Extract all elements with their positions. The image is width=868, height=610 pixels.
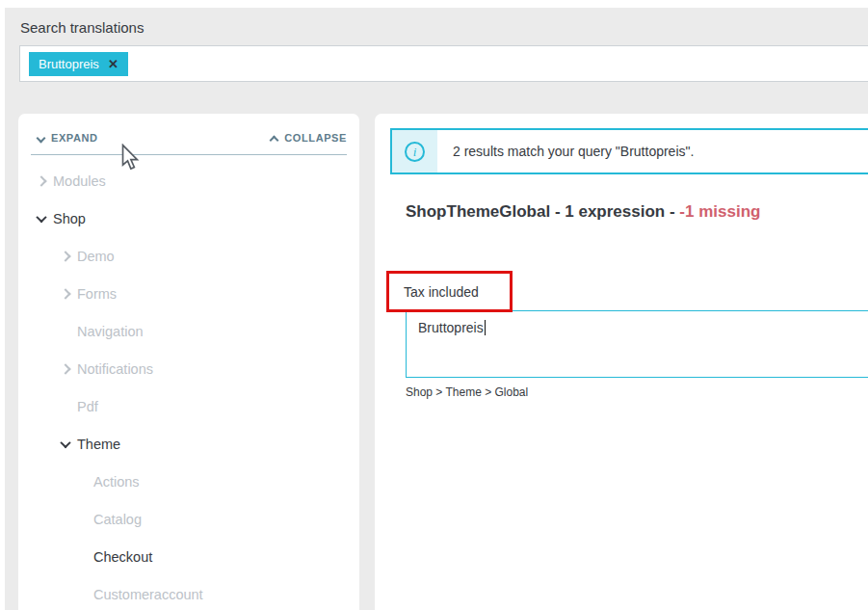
chevron-right-icon [59, 252, 71, 260]
tree-item-modules[interactable]: Modules [18, 162, 359, 199]
domain-tree: ModulesShopDemoFormsNavigationNotificati… [18, 162, 359, 610]
tree-item-pdf[interactable]: Pdf [18, 387, 359, 425]
chevron-down-icon [59, 440, 71, 448]
results-panel: i 2 results match your query "Bruttoprei… [375, 114, 868, 610]
tree-item-shop[interactable]: Shop [18, 199, 359, 237]
tree-item-label: Demo [77, 249, 115, 264]
translation-textarea[interactable]: Bruttopreis [406, 310, 868, 378]
tree-item-label: Shop [53, 211, 86, 226]
alert-message: 2 results match your query "Bruttopreis"… [437, 130, 694, 172]
tree-header-divider [31, 154, 347, 155]
tree-item-forms[interactable]: Forms [18, 275, 359, 312]
tree-item-label: Modules [53, 173, 106, 189]
tree-item-label: Forms [77, 286, 117, 302]
search-tag-label: Bruttopreis [39, 57, 99, 71]
chevron-down-icon [37, 134, 44, 142]
breadcrumb: Shop > Theme > Global [406, 385, 528, 399]
collapse-all-button[interactable]: COLLAPSE [270, 132, 347, 144]
missing-count: -1 missing [679, 202, 760, 221]
text-caret [485, 320, 486, 335]
tree-item-theme[interactable]: Theme [18, 425, 359, 463]
expand-all-button[interactable]: EXPAND [37, 132, 98, 144]
tree-item-customeraccount[interactable]: Customeraccount [18, 575, 359, 610]
tree-item-catalog[interactable]: Catalog [18, 500, 359, 538]
tree-item-notifications[interactable]: Notifications [18, 350, 359, 387]
tree-item-demo[interactable]: Demo [18, 237, 359, 275]
red-annotation-box: Tax included [386, 271, 513, 312]
tree-item-label: Navigation [77, 324, 144, 339]
tree-item-navigation[interactable]: Navigation [18, 312, 359, 350]
tree-item-label: Actions [93, 474, 140, 490]
tree-item-checkout[interactable]: Checkout [18, 538, 359, 575]
chevron-right-icon [35, 177, 47, 185]
translation-value: Bruttopreis [418, 320, 484, 335]
chevron-right-icon [59, 365, 71, 373]
tree-header: EXPAND COLLAPSE [37, 132, 347, 144]
tree-item-label: Theme [77, 437, 120, 452]
chevron-right-icon [59, 290, 71, 298]
info-icon: i [405, 142, 425, 162]
tree-item-label: Pdf [77, 399, 98, 414]
search-tag: Bruttopreis ✕ [29, 52, 128, 76]
chevron-up-icon [270, 134, 277, 142]
heading-prefix: ShopThemeGlobal - 1 expression - [406, 202, 679, 221]
tree-item-actions[interactable]: Actions [18, 463, 359, 500]
info-alert: i 2 results match your query "Bruttoprei… [390, 128, 868, 174]
translation-field-label: Tax included [389, 274, 510, 309]
domain-tree-panel: EXPAND COLLAPSE ModulesShopDemoFormsNavi… [18, 114, 359, 610]
remove-tag-icon[interactable]: ✕ [108, 58, 118, 70]
info-alert-icon-cell: i [392, 130, 437, 172]
tree-item-label: Notifications [77, 361, 153, 377]
chevron-placeholder [59, 404, 71, 410]
chevron-placeholder [59, 329, 71, 334]
tree-item-label: Catalog [93, 512, 142, 527]
result-group-heading: ShopThemeGlobal - 1 expression - -1 miss… [406, 199, 760, 225]
search-input[interactable]: Bruttopreis ✕ [19, 45, 868, 82]
tree-item-label: Checkout [93, 549, 152, 565]
expand-label: EXPAND [51, 132, 98, 144]
chevron-down-icon [35, 215, 47, 223]
collapse-label: COLLAPSE [284, 132, 347, 144]
tree-item-label: Customeraccount [93, 587, 203, 602]
search-translations-label: Search translations [20, 19, 144, 36]
